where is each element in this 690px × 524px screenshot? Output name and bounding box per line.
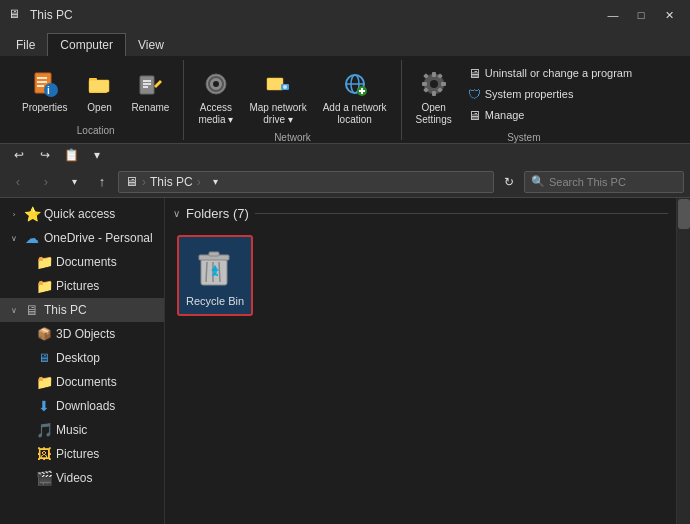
- open-settings-icon: [418, 68, 450, 100]
- content-area: ∨ Folders (7): [165, 198, 676, 524]
- uninstall-icon: 🖥: [468, 66, 481, 81]
- refresh-button[interactable]: ↻: [498, 171, 520, 193]
- open-button[interactable]: Open: [78, 64, 122, 117]
- this-pc-label: This PC: [44, 303, 156, 317]
- pictures-od-label: Pictures: [56, 279, 156, 293]
- svg-rect-17: [267, 78, 283, 90]
- system-properties-icon: 🛡: [468, 87, 481, 102]
- back-button[interactable]: ‹: [6, 170, 30, 194]
- maximize-button[interactable]: □: [628, 4, 654, 26]
- files-grid: Recycle Bin: [173, 231, 668, 320]
- svg-rect-30: [422, 82, 427, 86]
- qa-back-button[interactable]: ↩: [8, 146, 30, 164]
- sidebar-item-3d-objects[interactable]: 📦 3D Objects: [0, 322, 164, 346]
- properties-icon: i: [29, 68, 61, 100]
- expander-documents-pc: [20, 376, 32, 388]
- map-network-drive-button[interactable]: Map networkdrive ▾: [243, 64, 312, 130]
- desktop-label: Desktop: [56, 351, 156, 365]
- file-item-recycle-bin[interactable]: Recycle Bin: [177, 235, 253, 316]
- tab-computer[interactable]: Computer: [47, 33, 126, 56]
- svg-marker-13: [154, 80, 162, 88]
- add-network-location-button[interactable]: Add a networklocation: [317, 64, 393, 130]
- open-settings-button[interactable]: OpenSettings: [410, 64, 458, 130]
- downloads-icon: ⬇: [36, 398, 52, 414]
- recycle-bin-label: Recycle Bin: [186, 295, 244, 308]
- sidebar-item-onedrive[interactable]: ∨ ☁ OneDrive - Personal: [0, 226, 164, 250]
- pictures-pc-icon: 🖼: [36, 446, 52, 462]
- tab-view[interactable]: View: [126, 33, 176, 56]
- svg-line-39: [206, 262, 207, 282]
- documents-pc-label: Documents: [56, 375, 156, 389]
- access-media-button[interactable]: Accessmedia ▾: [192, 64, 239, 130]
- this-pc-icon: 🖥: [24, 302, 40, 318]
- qa-customize-button[interactable]: ▾: [86, 146, 108, 164]
- map-network-drive-icon: [262, 68, 294, 100]
- svg-rect-2: [37, 81, 47, 83]
- close-button[interactable]: ✕: [656, 4, 682, 26]
- ribbon-system-right: 🖥 Uninstall or change a program 🛡 System…: [462, 64, 638, 125]
- sidebar: › ⭐ Quick access ∨ ☁ OneDrive - Personal…: [0, 198, 165, 524]
- address-bar[interactable]: 🖥 › This PC › ▾: [118, 171, 494, 193]
- svg-point-19: [283, 85, 287, 89]
- uninstall-button[interactable]: 🖥 Uninstall or change a program: [462, 64, 638, 83]
- qa-properties-button[interactable]: 📋: [60, 146, 82, 164]
- manage-button[interactable]: 🖥 Manage: [462, 106, 638, 125]
- scrollbar-thumb[interactable]: [678, 199, 690, 229]
- svg-rect-28: [432, 72, 436, 77]
- expander-pictures-od: [20, 280, 32, 292]
- sidebar-item-videos[interactable]: 🎬 Videos: [0, 466, 164, 490]
- nav-bar: ‹ › ▾ ↑ 🖥 › This PC › ▾ ↻ 🔍 Search This …: [0, 166, 690, 198]
- sidebar-item-music[interactable]: 🎵 Music: [0, 418, 164, 442]
- search-box[interactable]: 🔍 Search This PC: [524, 171, 684, 193]
- expander-quick-access: ›: [8, 208, 20, 220]
- sidebar-item-desktop[interactable]: 🖥 Desktop: [0, 346, 164, 370]
- address-dropdown-button[interactable]: ▾: [205, 171, 227, 193]
- properties-label: Properties: [22, 102, 68, 113]
- sidebar-item-pictures-pc[interactable]: 🖼 Pictures: [0, 442, 164, 466]
- sidebar-item-quick-access[interactable]: › ⭐ Quick access: [0, 202, 164, 226]
- tab-file[interactable]: File: [4, 33, 47, 56]
- qa-forward-button[interactable]: ↪: [34, 146, 56, 164]
- downloads-label: Downloads: [56, 399, 156, 413]
- rename-button[interactable]: Rename: [126, 64, 176, 117]
- address-separator2: ›: [197, 175, 201, 189]
- access-media-icon: [200, 68, 232, 100]
- svg-point-15: [213, 81, 219, 87]
- expander-music: [20, 424, 32, 436]
- access-media-label: Accessmedia ▾: [198, 102, 233, 126]
- section-chevron-folders: ∨: [173, 208, 180, 219]
- ribbon-location-label: Location: [77, 125, 115, 136]
- title-bar-left: 🖥 This PC: [8, 7, 73, 23]
- ribbon-system-label: System: [507, 132, 540, 143]
- add-network-location-label: Add a networklocation: [323, 102, 387, 126]
- ribbon-group-network: Accessmedia ▾ Map networkdrive ▾: [184, 60, 401, 140]
- recent-locations-button[interactable]: ▾: [62, 170, 86, 194]
- svg-point-27: [430, 80, 438, 88]
- minimize-button[interactable]: —: [600, 4, 626, 26]
- system-properties-button[interactable]: 🛡 System properties: [462, 85, 638, 104]
- documents-pc-icon: 📁: [36, 374, 52, 390]
- svg-text:i: i: [47, 85, 50, 96]
- scrollbar-track[interactable]: [676, 198, 690, 524]
- search-placeholder: Search This PC: [549, 176, 626, 188]
- recycle-bin-icon: [191, 243, 239, 291]
- expander-desktop: [20, 352, 32, 364]
- sidebar-item-pictures-od[interactable]: 📁 Pictures: [0, 274, 164, 298]
- sidebar-item-this-pc[interactable]: ∨ 🖥 This PC: [0, 298, 164, 322]
- ribbon-system-buttons: OpenSettings 🖥 Uninstall or change a pro…: [410, 64, 639, 130]
- section-label-folders: Folders (7): [186, 206, 249, 221]
- 3d-objects-label: 3D Objects: [56, 327, 156, 341]
- ribbon-group-location: i Properties Open: [8, 60, 184, 140]
- up-button[interactable]: ↑: [90, 170, 114, 194]
- ribbon-network-buttons: Accessmedia ▾ Map networkdrive ▾: [192, 64, 392, 130]
- sidebar-item-downloads[interactable]: ⬇ Downloads: [0, 394, 164, 418]
- sidebar-item-documents-od[interactable]: 📁 Documents: [0, 250, 164, 274]
- sidebar-item-documents-pc[interactable]: 📁 Documents: [0, 370, 164, 394]
- map-network-drive-label: Map networkdrive ▾: [249, 102, 306, 126]
- open-icon: [84, 68, 116, 100]
- properties-button[interactable]: i Properties: [16, 64, 74, 117]
- forward-button[interactable]: ›: [34, 170, 58, 194]
- section-divider-folders: [255, 213, 668, 214]
- 3d-objects-icon: 📦: [36, 326, 52, 342]
- quick-access-toolbar: ↩ ↪ 📋 ▾: [0, 144, 690, 166]
